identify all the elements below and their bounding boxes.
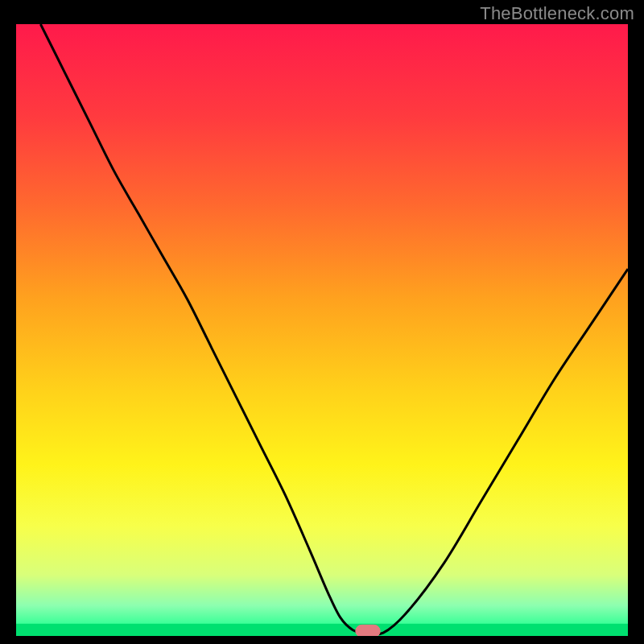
bottleneck-chart	[16, 24, 628, 636]
chart-frame	[16, 24, 628, 636]
chart-background-gradient	[16, 24, 628, 636]
optimal-marker	[356, 625, 380, 636]
green-band	[16, 624, 628, 636]
watermark-text: TheBottleneck.com	[480, 3, 634, 24]
